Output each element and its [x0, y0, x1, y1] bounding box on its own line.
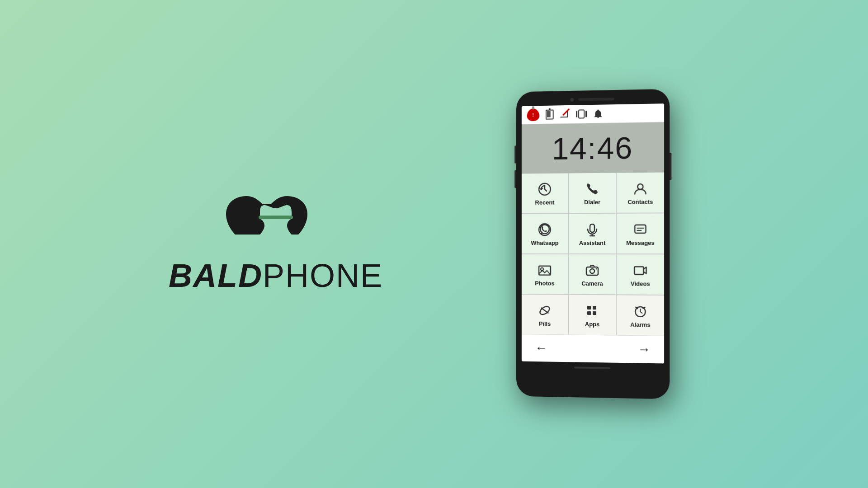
- videos-label: Videos: [631, 280, 650, 287]
- svg-rect-9: [539, 266, 551, 275]
- svg-rect-20: [593, 311, 596, 315]
- brand-name: BALDPHONE: [169, 257, 383, 294]
- svg-point-10: [541, 267, 543, 270]
- phone-handset-icon: [222, 194, 330, 248]
- svg-line-16: [542, 308, 548, 313]
- dialer-label: Dialer: [584, 198, 600, 205]
- videos-icon: [633, 263, 647, 277]
- phone-screen: !: [522, 103, 664, 363]
- back-button[interactable]: ←: [535, 341, 547, 355]
- home-bar: [574, 366, 610, 369]
- svg-rect-18: [593, 306, 596, 310]
- camera-button[interactable]: Camera: [569, 254, 616, 294]
- pills-label: Pills: [539, 320, 551, 327]
- assistant-icon: [585, 222, 599, 236]
- apps-icon: [585, 303, 599, 318]
- forward-button[interactable]: →: [637, 342, 650, 357]
- svg-point-13: [595, 268, 597, 269]
- app-grid: Recent Dialer Contacts: [522, 173, 664, 336]
- recent-label: Recent: [535, 199, 555, 206]
- battery-icon: [546, 109, 554, 119]
- contacts-button[interactable]: Contacts: [617, 173, 664, 213]
- pills-icon: [538, 303, 552, 318]
- svg-rect-14: [634, 267, 643, 274]
- assistant-label: Assistant: [579, 239, 605, 246]
- pills-button[interactable]: Pills: [522, 295, 568, 334]
- logo-section: BALDPHONE: [118, 194, 434, 294]
- assistant-button[interactable]: Assistant: [569, 214, 616, 253]
- photos-label: Photos: [535, 280, 554, 286]
- svg-rect-17: [587, 305, 591, 309]
- navigation-row: ← →: [522, 334, 664, 363]
- contacts-label: Contacts: [627, 198, 653, 205]
- photos-button[interactable]: Photos: [522, 254, 568, 294]
- bell-icon: [593, 109, 603, 119]
- photos-icon: [538, 263, 552, 277]
- camera-icon: [585, 263, 599, 277]
- front-camera: [570, 98, 574, 102]
- messages-button[interactable]: Messages: [617, 213, 664, 253]
- messages-label: Messages: [626, 239, 655, 246]
- phone-section: !: [434, 90, 750, 398]
- dialer-button[interactable]: Dialer: [569, 173, 616, 213]
- whatsapp-button[interactable]: Whatsapp: [522, 214, 568, 253]
- alarms-button[interactable]: Alarms: [617, 295, 664, 336]
- earpiece-speaker: [578, 98, 614, 101]
- svg-point-12: [590, 268, 594, 273]
- svg-point-2: [637, 184, 643, 189]
- status-bar: !: [522, 103, 664, 124]
- recent-button[interactable]: Recent: [522, 173, 568, 213]
- apps-label: Apps: [585, 320, 599, 327]
- alarms-label: Alarms: [630, 321, 651, 328]
- clock-time: 14:46: [529, 130, 657, 167]
- videos-button[interactable]: Videos: [617, 254, 664, 295]
- volume-up-button: [514, 145, 516, 164]
- phone-bottom-bar: [522, 361, 664, 372]
- whatsapp-label: Whatsapp: [531, 239, 558, 246]
- phone-frame: !: [516, 89, 670, 399]
- vibrate-icon: [576, 109, 587, 118]
- apps-button[interactable]: Apps: [569, 295, 616, 335]
- recent-icon: [538, 182, 552, 196]
- no-signal-icon: [560, 109, 570, 119]
- dialer-icon: [585, 181, 599, 196]
- power-button: [670, 153, 671, 180]
- camera-label: Camera: [581, 280, 603, 286]
- contacts-icon: [633, 181, 647, 196]
- messages-icon: [633, 222, 647, 236]
- whatsapp-icon: [538, 222, 552, 237]
- svg-rect-0: [259, 216, 293, 219]
- alert-icon: !: [527, 108, 540, 121]
- alarms-icon: [633, 304, 647, 318]
- volume-down-button: [514, 170, 516, 188]
- svg-rect-19: [587, 311, 591, 314]
- clock-display: 14:46: [522, 122, 664, 174]
- svg-rect-6: [635, 225, 646, 233]
